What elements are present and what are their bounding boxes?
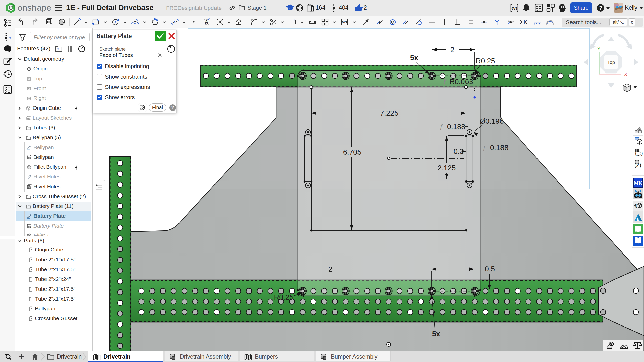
svg-text:X: X [624, 71, 627, 77]
svg-text:2.125: 2.125 [438, 164, 456, 172]
svg-text:ΣΚ: ΣΚ [520, 19, 528, 25]
svg-text:0.188: 0.188 [490, 143, 509, 152]
svg-text:): ) [639, 162, 641, 168]
svg-text:{: { [635, 152, 637, 156]
svg-text:ƒ: ƒ [443, 78, 446, 85]
svg-text:2: 2 [328, 265, 332, 273]
svg-text:}: } [641, 152, 643, 156]
svg-text:0.188: 0.188 [447, 123, 466, 131]
svg-text:5x: 5x [432, 330, 440, 338]
svg-text:x: x [636, 162, 639, 168]
svg-text:{: { [635, 203, 637, 208]
svg-text:R0.25: R0.25 [476, 57, 495, 65]
svg-text:A: A [205, 19, 208, 25]
svg-text:Ø0.196: Ø0.196 [480, 117, 504, 125]
svg-text:R0.25: R0.25 [274, 293, 293, 301]
svg-text:ƒ: ƒ [482, 144, 486, 152]
svg-text:ƒ: ƒ [439, 123, 443, 130]
svg-text:R0.063: R0.063 [449, 78, 473, 86]
svg-text:0.5: 0.5 [485, 265, 495, 273]
svg-text:5x: 5x [410, 54, 418, 62]
svg-text:2: 2 [450, 46, 454, 54]
svg-text:Y: Y [597, 46, 601, 51]
svg-text:Top: Top [607, 60, 615, 65]
svg-text:6.705: 6.705 [343, 148, 362, 156]
svg-text:(: ( [634, 162, 636, 168]
svg-text:{v}: {v} [512, 6, 517, 11]
svg-text:7.225: 7.225 [380, 109, 399, 117]
svg-text:DXF: DXF [342, 21, 347, 24]
